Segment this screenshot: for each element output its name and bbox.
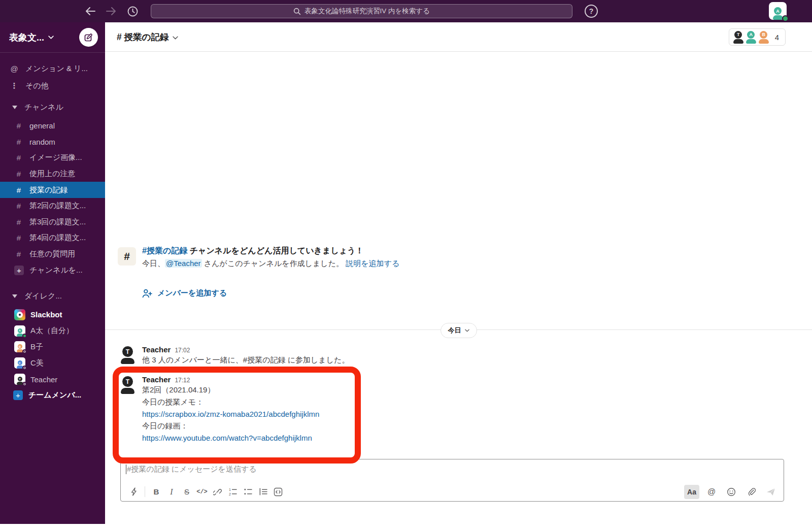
hash-icon: # [15, 234, 22, 242]
add-description-link[interactable]: 説明を追加する [346, 259, 399, 268]
emoji-button[interactable] [724, 485, 739, 499]
kebab-icon: ⋮ [8, 81, 20, 90]
sidebar-channel-general[interactable]: #general [0, 118, 105, 134]
search-placeholder: 表象文化論特殊研究演習IV 内を検索する [304, 7, 430, 16]
youtube-link[interactable]: https://www.youtube.com/watch?v=abcdefgh… [142, 434, 312, 442]
channel-members-button[interactable]: T A B 4 [729, 28, 786, 46]
plus-icon: + [14, 266, 24, 275]
dm-section-header[interactable]: ダイレク... [0, 288, 105, 304]
send-button[interactable] [763, 485, 779, 499]
text-cursor [126, 465, 126, 474]
user-avatar[interactable]: A [769, 2, 787, 20]
member-avatar: T [733, 31, 743, 44]
history-back-button[interactable] [84, 5, 96, 17]
triangle-down-icon [12, 294, 17, 298]
strikethrough-button[interactable]: S [179, 485, 194, 499]
message-timestamp[interactable]: 17:02 [175, 347, 190, 354]
avatar[interactable]: T [121, 376, 134, 394]
composer-toolbar: B I S </> 12 Aa @ [121, 482, 784, 501]
new-message-button[interactable] [79, 28, 98, 47]
svg-text:2: 2 [228, 492, 230, 496]
message-timestamp[interactable]: 17:12 [175, 377, 190, 384]
help-button[interactable]: ? [585, 5, 598, 18]
dm-slackbot[interactable]: Slackbot [0, 307, 105, 323]
chevron-down-icon [48, 36, 54, 40]
code-block-button[interactable] [270, 485, 286, 499]
workspace-header[interactable]: 表象文... [0, 22, 105, 53]
sidebar-item-mentions[interactable]: @ メンション & リ... [0, 60, 105, 77]
search-input[interactable]: 表象文化論特殊研究演習IV 内を検索する [151, 4, 572, 18]
channel-title[interactable]: # 授業の記録 [117, 31, 178, 43]
date-pill-button[interactable]: 今日 [441, 323, 477, 338]
sidebar-add-channel[interactable]: +チャンネルを... [0, 262, 105, 278]
code-button[interactable]: </> [194, 485, 210, 499]
sidebar-channel-assignment-3[interactable]: #第3回の課題文... [0, 214, 105, 230]
shortcuts-bolt-icon[interactable] [126, 485, 141, 499]
composer-placeholder: #授業の記録 にメッセージを送信する [127, 465, 257, 474]
toolbar-divider [145, 486, 145, 497]
avatar: B [14, 341, 25, 352]
sidebar-channel-usage-notes[interactable]: #使用上の注意 [0, 166, 105, 182]
italic-button[interactable]: I [164, 485, 179, 499]
channels-section-header[interactable]: チャンネル [0, 100, 105, 115]
chevron-down-icon [465, 329, 469, 333]
channel-link[interactable]: #授業の記録 [142, 246, 187, 255]
scrapbox-link[interactable]: https://scrapbox.io/zmz-komaba2021/abcde… [142, 410, 319, 418]
teacher-mention[interactable]: @Teacher [165, 259, 202, 268]
member-avatar: A [746, 31, 756, 44]
message-input[interactable]: #授業の記録 にメッセージを送信する [126, 465, 779, 474]
intro-description: 今日、@Teacher さんがこのチャンネルを作成しました。 説明を追加する [142, 259, 399, 269]
workspace-name[interactable]: 表象文... [9, 31, 44, 44]
offline-status-dot [22, 366, 27, 370]
offline-status-dot [22, 382, 27, 386]
chevron-down-icon [173, 36, 178, 40]
at-icon: @ [8, 64, 20, 73]
history-forward-button[interactable] [105, 5, 117, 17]
sidebar-channel-class-records-selected[interactable]: #授業の記録 [0, 182, 105, 198]
member-avatar: B [759, 31, 769, 44]
dm-b[interactable]: B B子 [0, 339, 105, 355]
hash-icon: # [15, 250, 22, 258]
message-composer: #授業の記録 にメッセージを送信する B I S </> 12 Aa @ [120, 459, 784, 502]
mention-button[interactable]: @ [704, 485, 719, 499]
slackbot-avatar [14, 309, 25, 320]
dm-a-self[interactable]: A A太（自分） [0, 323, 105, 339]
person-add-icon [142, 289, 152, 298]
message-author[interactable]: Teacher [142, 375, 171, 384]
history-clock-button[interactable] [126, 5, 139, 17]
hash-icon: # [15, 121, 22, 130]
bulleted-list-button[interactable] [240, 485, 255, 499]
dm-teacher[interactable]: T Teacher [0, 371, 105, 387]
sidebar-channel-image[interactable]: #イメージ画像... [0, 150, 105, 166]
attach-paperclip-icon[interactable] [743, 485, 759, 499]
intro-title: #授業の記録 チャンネルをどんどん活用していきましょう！ [142, 246, 363, 256]
format-toggle-button[interactable]: Aa [684, 485, 699, 499]
hash-icon: # [15, 153, 22, 162]
user-avatar-person-icon: A [773, 7, 783, 20]
channel-list: #general #random #イメージ画像... #使用上の注意 #授業の… [0, 118, 105, 278]
sidebar-channel-assignment-2[interactable]: #第2回の課題文... [0, 198, 105, 214]
dm-c[interactable]: C C美 [0, 355, 105, 371]
sidebar-item-more[interactable]: ⋮ その他 [0, 77, 105, 94]
sidebar-channel-questions[interactable]: #任意の質問用 [0, 246, 105, 262]
bold-button[interactable]: B [149, 485, 164, 499]
ordered-list-button[interactable]: 12 [225, 485, 240, 499]
channel-header: # 授業の記録 T A B 4 [105, 22, 812, 52]
blockquote-button[interactable] [255, 485, 270, 499]
sidebar-add-teammate[interactable]: + チームメンバ... [0, 387, 105, 404]
sidebar-channel-assignment-4[interactable]: #第4回の課題文... [0, 230, 105, 246]
hash-icon: # [15, 218, 22, 226]
member-count: 4 [775, 33, 779, 42]
message-author[interactable]: Teacher [142, 345, 171, 354]
message-pane: # #授業の記録 チャンネルをどんどん活用していきましょう！ 今日、@Teach… [105, 52, 812, 529]
hash-icon: # [15, 170, 22, 178]
compose-icon [84, 33, 93, 42]
top-bar: 表象文化論特殊研究演習IV 内を検索する ? A [0, 0, 812, 22]
link-button[interactable] [210, 485, 225, 499]
sidebar-channel-random[interactable]: #random [0, 134, 105, 150]
avatar[interactable]: T [121, 346, 134, 364]
dm-list: Slackbot A A太（自分） B B子 C C美 T [0, 307, 105, 404]
add-member-link[interactable]: メンバーを追加する [142, 288, 227, 298]
svg-text:1: 1 [228, 488, 230, 492]
avatar: C [14, 357, 25, 369]
